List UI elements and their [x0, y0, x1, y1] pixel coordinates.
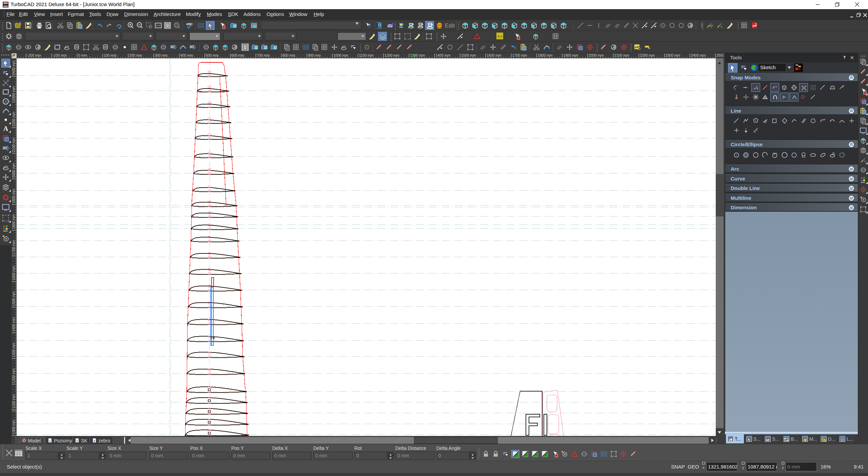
- svg-text:1500 mm: 1500 mm: [461, 53, 476, 57]
- svg-text:1000 mm: 1000 mm: [12, 419, 16, 434]
- svg-text:1000 mm: 1000 mm: [334, 53, 349, 57]
- svg-text:1100 mm: 1100 mm: [12, 394, 16, 409]
- svg-text:1300 mm: 1300 mm: [410, 53, 425, 57]
- svg-text:-200 mm: -200 mm: [27, 53, 41, 57]
- svg-text:600 mm: 600 mm: [231, 53, 244, 57]
- svg-text:1700 mm: 1700 mm: [512, 53, 527, 57]
- svg-text:1200 mm: 1200 mm: [12, 368, 16, 383]
- svg-text:A: A: [3, 125, 8, 132]
- svg-text:1800 mm: 1800 mm: [538, 53, 553, 57]
- svg-text:2000 mm: 2000 mm: [589, 53, 604, 57]
- svg-text:2000 mm: 2000 mm: [12, 163, 16, 178]
- svg-text:1300 mm: 1300 mm: [12, 343, 16, 358]
- svg-text:3: 3: [94, 439, 95, 442]
- svg-text:1500 mm: 1500 mm: [12, 291, 16, 306]
- svg-text:2300 mm: 2300 mm: [12, 86, 16, 101]
- svg-text:1200 mm: 1200 mm: [384, 53, 399, 57]
- svg-text:200 mm: 200 mm: [129, 53, 142, 57]
- svg-text:1: 1: [49, 439, 51, 442]
- svg-text:1600 mm: 1600 mm: [12, 266, 16, 281]
- svg-text:100 mm: 100 mm: [104, 53, 117, 57]
- svg-text:-100 mm: -100 mm: [53, 53, 67, 57]
- svg-text:1600 mm: 1600 mm: [487, 53, 501, 57]
- svg-text:900 mm: 900 mm: [308, 53, 321, 57]
- svg-text:1700 mm: 1700 mm: [12, 240, 16, 255]
- svg-text:1400 mm: 1400 mm: [12, 317, 16, 332]
- svg-text:2200 mm: 2200 mm: [12, 112, 16, 127]
- svg-text:400 mm: 400 mm: [180, 53, 193, 57]
- svg-text:2500 mm: 2500 mm: [716, 53, 724, 57]
- svg-text:1400 mm: 1400 mm: [436, 53, 451, 57]
- svg-text:700 mm: 700 mm: [257, 53, 270, 57]
- svg-text:S=1: S=1: [497, 35, 502, 38]
- svg-text:2: 2: [76, 439, 78, 442]
- svg-text:?: ?: [368, 23, 371, 28]
- svg-text:2400 mm: 2400 mm: [12, 60, 16, 75]
- svg-text:3D: 3D: [2, 146, 7, 150]
- svg-text:2200 mm: 2200 mm: [640, 53, 655, 57]
- svg-text:3D: 3D: [170, 45, 175, 49]
- svg-text:pdf: pdf: [753, 24, 757, 27]
- svg-text:3D: 3D: [190, 45, 194, 49]
- svg-text:1800 mm: 1800 mm: [12, 214, 16, 229]
- svg-text:2100 mm: 2100 mm: [12, 137, 16, 152]
- svg-text:ABC: ABC: [186, 22, 193, 26]
- svg-text:1900 mm: 1900 mm: [12, 189, 16, 204]
- svg-text:500 mm: 500 mm: [206, 53, 219, 57]
- svg-text:300 mm: 300 mm: [155, 53, 167, 57]
- svg-text:2100 mm: 2100 mm: [614, 53, 629, 57]
- svg-text:1100 mm: 1100 mm: [359, 53, 374, 57]
- svg-text:1900 mm: 1900 mm: [563, 53, 578, 57]
- svg-text:2300 mm: 2300 mm: [665, 53, 680, 57]
- svg-text:2400 mm: 2400 mm: [691, 53, 706, 57]
- svg-text:800 mm: 800 mm: [282, 53, 295, 57]
- svg-text:0 mm: 0 mm: [78, 53, 87, 57]
